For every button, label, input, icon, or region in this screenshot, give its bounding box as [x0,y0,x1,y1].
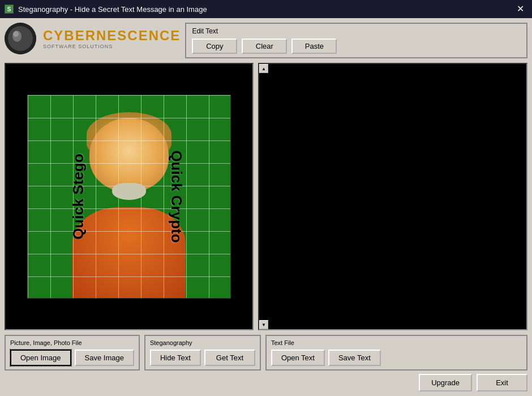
copy-button[interactable]: Copy [192,39,237,54]
watermark-right: Quick Crypto [168,150,185,242]
text-file-panel-buttons: Open Text Save Text [271,350,522,366]
app-icon: S [5,5,14,14]
bottom-right: Text File Open Text Save Text Upgrade Ex… [265,335,527,391]
window-title: Steganography - Hide a Secret Text Messa… [18,5,207,14]
picture-panel-label: Picture, Image, Photo File [10,339,134,346]
person-head [89,118,169,191]
logo-title: CYBERNESCENCE [43,28,181,44]
bottom-section: Picture, Image, Photo File Open Image Sa… [5,335,527,391]
close-button[interactable]: ✕ [513,3,527,15]
open-image-button[interactable]: Open Image [10,350,71,366]
text-content-area[interactable] [259,73,526,320]
svg-point-6 [13,31,19,37]
logo-subtitle: SOFTWARE SOLUTIONS [43,44,181,49]
save-text-button[interactable]: Save Text [328,350,381,366]
open-text-button[interactable]: Open Text [271,350,325,366]
logo-text-block: CYBERNESCENCE SOFTWARE SOLUTIONS [43,28,181,49]
top-section: CYBERNESCENCE SOFTWARE SOLUTIONS Edit Te… [5,23,527,58]
text-file-panel: Text File Open Text Save Text [265,335,527,371]
picture-panel: Picture, Image, Photo File Open Image Sa… [5,335,140,371]
scrollbar-up[interactable]: ▲ [259,64,268,73]
image-frame: Quick Stego Quick Crypto [5,63,254,330]
save-image-button[interactable]: Save Image [75,350,134,366]
watermark-left: Quick Stego [70,154,87,240]
stego-image: Quick Stego Quick Crypto [27,95,231,299]
logo-area: CYBERNESCENCE SOFTWARE SOLUTIONS [5,23,181,54]
text-area-frame[interactable]: ▲ ▼ [258,63,527,330]
upgrade-button[interactable]: Upgrade [419,374,472,391]
scrollbar-down[interactable]: ▼ [259,320,268,329]
person-collar [112,183,146,200]
text-file-panel-label: Text File [271,339,522,346]
title-bar-left: S Steganography - Hide a Secret Text Mes… [5,5,207,14]
logo-icon [5,23,36,54]
picture-panel-buttons: Open Image Save Image [10,350,134,366]
hide-text-button[interactable]: Hide Text [150,350,201,366]
stego-panel-buttons: Hide Text Get Text [150,350,255,366]
stego-panel-label: Steganography [150,339,255,346]
edit-text-buttons: Copy Clear Paste [192,39,521,54]
person-hair [87,112,171,157]
window-content: CYBERNESCENCE SOFTWARE SOLUTIONS Edit Te… [0,18,532,396]
middle-section: Quick Stego Quick Crypto ▲ ▼ [5,63,527,330]
get-text-button[interactable]: Get Text [204,350,255,366]
svg-text:S: S [7,6,11,12]
edit-text-label: Edit Text [192,27,521,35]
stego-panel: Steganography Hide Text Get Text [144,335,261,371]
clear-button[interactable]: Clear [242,39,287,54]
title-bar: S Steganography - Hide a Secret Text Mes… [0,0,532,18]
upgrade-exit-row: Upgrade Exit [419,374,527,391]
exit-button[interactable]: Exit [477,374,527,391]
edit-text-panel: Edit Text Copy Clear Paste [185,23,527,58]
paste-button[interactable]: Paste [291,39,337,54]
